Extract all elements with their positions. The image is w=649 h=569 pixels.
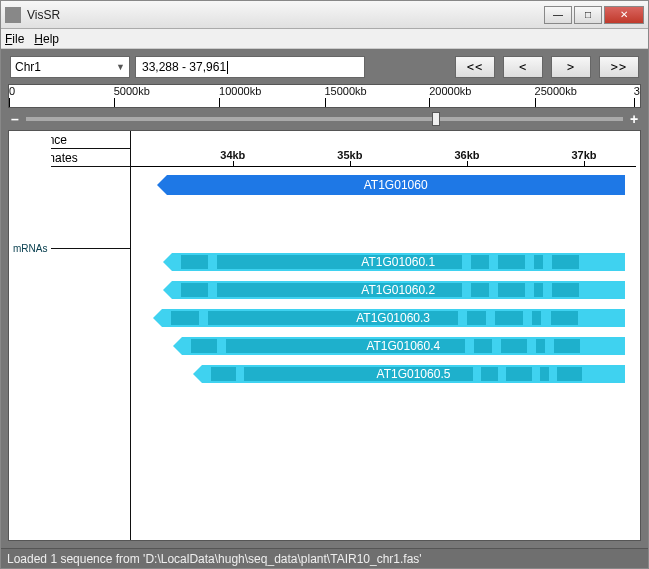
overview-tick: 25000kb	[535, 85, 577, 97]
cds-segment	[471, 283, 489, 297]
mrna-arrow-left-icon	[193, 365, 202, 383]
cds-segment	[467, 311, 486, 325]
cds-segment	[181, 255, 208, 269]
zoom-slider-row: – +	[8, 108, 641, 130]
mrna-arrow-left-icon	[173, 337, 182, 355]
track-labels-column: Sequence Coordinates Genes mRNAs	[9, 131, 131, 540]
range-value: 33,288 - 37,961	[142, 60, 226, 74]
overview-tick: 30	[634, 85, 641, 97]
mrna-feature[interactable]: AT1G01060.2	[172, 281, 625, 299]
file-menu[interactable]: File	[5, 32, 24, 46]
cds-segment	[536, 339, 545, 353]
overview-tick: 15000kb	[325, 85, 367, 97]
coordinate-ruler: 34kb35kb36kb37kb	[131, 149, 640, 167]
nav-next-button[interactable]: >	[551, 56, 591, 78]
cds-segment	[534, 283, 543, 297]
nav-last-button[interactable]: >>	[599, 56, 639, 78]
cds-segment	[498, 255, 525, 269]
cds-segment	[551, 311, 579, 325]
coord-tick: 37kb	[571, 149, 596, 161]
mrna-label: AT1G01060.1	[361, 255, 435, 269]
help-menu[interactable]: Help	[34, 32, 59, 46]
track-label-mrnas[interactable]: mRNAs	[9, 131, 51, 366]
cds-segment	[532, 311, 541, 325]
gene-track: AT1G01060	[131, 175, 640, 199]
zoom-in-button[interactable]: +	[627, 111, 641, 127]
cds-segment	[481, 367, 498, 381]
cds-segment	[552, 283, 579, 297]
mrna-feature[interactable]: AT1G01060.5	[202, 365, 624, 383]
mrna-feature[interactable]: AT1G01060.1	[172, 253, 625, 271]
coord-tick: 36kb	[454, 149, 479, 161]
cds-segment	[498, 283, 525, 297]
window-title: VisSR	[27, 8, 542, 22]
gene-feature[interactable]: AT1G01060	[167, 175, 625, 195]
chevron-down-icon: ▼	[116, 62, 125, 72]
titlebar: VisSR — □ ✕	[1, 1, 648, 29]
range-input[interactable]: 33,288 - 37,961	[135, 56, 365, 78]
overview-tick: 5000kb	[114, 85, 150, 97]
track-plot-area[interactable]: 34kb35kb36kb37kb AT1G01060 AT1G01060.1AT…	[131, 131, 640, 540]
cds-segment	[191, 339, 218, 353]
statusbar: Loaded 1 sequence from 'D:\LocalData\hug…	[1, 548, 648, 568]
cds-segment	[506, 367, 531, 381]
overview-tick: 10000kb	[219, 85, 261, 97]
overview-ruler[interactable]: 05000kb10000kb15000kb20000kb25000kb30	[8, 84, 641, 108]
mrna-label: AT1G01060.2	[361, 283, 435, 297]
mrna-label: AT1G01060.4	[366, 339, 440, 353]
mrna-feature[interactable]: AT1G01060.4	[182, 337, 625, 355]
chromosome-select[interactable]: Chr1 ▼	[10, 56, 130, 78]
coord-tick: 34kb	[220, 149, 245, 161]
status-text: Loaded 1 sequence from 'D:\LocalData\hug…	[7, 552, 422, 566]
gene-label: AT1G01060	[364, 178, 428, 192]
nav-first-button[interactable]: <<	[455, 56, 495, 78]
cds-segment	[495, 311, 523, 325]
mrna-feature[interactable]: AT1G01060.3	[162, 309, 625, 327]
cds-segment	[474, 339, 492, 353]
cds-segment	[501, 339, 528, 353]
maximize-button[interactable]: □	[574, 6, 602, 24]
mrna-arrow-left-icon	[163, 253, 172, 271]
cds-segment	[471, 255, 489, 269]
mrna-label: AT1G01060.5	[377, 367, 451, 381]
overview-tick: 0	[9, 85, 15, 97]
menubar: File Help	[1, 29, 648, 49]
toolbar: Chr1 ▼ 33,288 - 37,961 << < > >>	[8, 56, 641, 84]
cds-segment	[211, 367, 236, 381]
cds-segment	[181, 283, 208, 297]
gene-arrow-left-icon	[157, 175, 167, 195]
cds-segment	[554, 339, 581, 353]
text-caret	[227, 61, 228, 74]
overview-tick: 20000kb	[429, 85, 471, 97]
chromosome-selected-label: Chr1	[15, 60, 41, 74]
cds-segment	[552, 255, 579, 269]
mrna-label: AT1G01060.3	[356, 311, 430, 325]
coord-tick: 35kb	[337, 149, 362, 161]
close-button[interactable]: ✕	[604, 6, 644, 24]
content-area: Chr1 ▼ 33,288 - 37,961 << < > >> 05000kb…	[1, 49, 648, 548]
cds-segment	[540, 367, 548, 381]
mrna-arrow-left-icon	[153, 309, 162, 327]
nav-prev-button[interactable]: <	[503, 56, 543, 78]
cds-segment	[534, 255, 543, 269]
zoom-slider-track[interactable]	[26, 117, 623, 121]
tracks-panel: Sequence Coordinates Genes mRNAs 34kb35k…	[8, 130, 641, 541]
cds-segment	[557, 367, 582, 381]
zoom-out-button[interactable]: –	[8, 111, 22, 127]
mrna-arrow-left-icon	[163, 281, 172, 299]
cds-segment	[171, 311, 199, 325]
zoom-slider-thumb[interactable]	[432, 112, 440, 126]
app-icon	[5, 7, 21, 23]
minimize-button[interactable]: —	[544, 6, 572, 24]
